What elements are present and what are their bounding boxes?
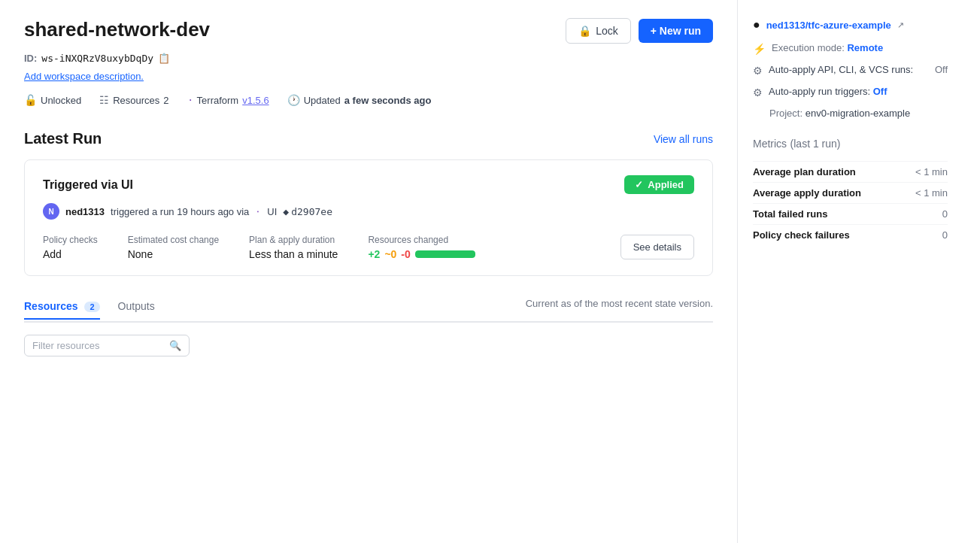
add-description-link[interactable]: Add workspace description. [24,71,144,82]
applied-badge: ✓ Applied [624,175,694,194]
resources-changed-bar: +2 ~0 -0 [368,248,475,260]
user-avatar: N [43,203,59,220]
policy-checks-stat: Policy checks Add [43,235,98,260]
github-icon: ● [753,18,760,32]
metrics-title: Metrics (last 1 run) [753,137,948,150]
run-card: Triggered via UI ✓ Applied N ned1313 tri… [24,159,713,276]
meta-updated: 🕐 Updated a few seconds ago [287,94,432,106]
meta-terraform: ⬝ Terraform v1.5.6 [187,94,269,106]
view-all-runs-link[interactable]: View all runs [654,133,713,145]
auto-apply-triggers-row: ⚙ Auto-apply run triggers: Off [753,86,948,99]
failed-runs-metric: Total failed runs 0 [753,203,948,224]
commit-hash: ◆ d2907ee [283,206,332,217]
filter-resources-input[interactable] [32,340,163,351]
latest-run-header: Latest Run View all runs [24,130,713,147]
terraform-icon: ⬝ [187,94,193,106]
run-stats: Policy checks Add Estimated cost change … [43,235,475,260]
tab-outputs[interactable]: Outputs [118,294,155,320]
unlock-icon: 🔓 [24,94,37,106]
bolt-icon: ⚡ [753,43,766,55]
policy-failures-metric: Policy check failures 0 [753,224,948,245]
filter-input-wrapper: 🔍 [24,335,190,356]
trigger-username: ned1313 [65,206,105,217]
resource-progress-bar [415,250,475,258]
terraform-version-link[interactable]: v1.5.6 [242,95,269,106]
sidebar-repo-row: ● ned1313/tfc-azure-example ↗ [753,18,948,32]
meta-row: 🔓 Unlocked ☷ Resources 2 ⬝ Terraform v1.… [24,94,713,106]
meta-unlocked: 🔓 Unlocked [24,94,81,106]
gear2-icon: ⚙ [753,86,763,99]
lock-icon: 🔒 [578,25,591,37]
check-icon: ✓ [635,179,643,190]
execution-mode-row: ⚡ Execution mode: Remote [753,42,948,55]
workspace-title: shared-network-dev [24,18,210,41]
lock-button[interactable]: 🔒 Lock [566,18,631,44]
filter-row: 🔍 [24,335,713,356]
see-details-button[interactable]: See details [620,235,694,259]
copy-id-icon[interactable]: 📋 [158,53,170,64]
run-title: Triggered via UI [43,178,133,192]
repo-link[interactable]: ned1313/tfc-azure-example [766,20,891,31]
avg-apply-metric: Average apply duration < 1 min [753,182,948,203]
auto-apply-row: ⚙ Auto-apply API, CLI, & VCS runs: Off [753,64,948,77]
workspace-id-row: ID: ws-iNXQRzV8uxybDqDy 📋 [24,53,713,64]
current-state-label: Current as of the most recent state vers… [526,298,713,309]
cost-change-stat: Estimated cost change None [128,235,219,260]
duration-stat: Plan & apply duration Less than a minute [249,235,338,260]
gear-icon: ⚙ [753,65,763,77]
clock-icon: 🕐 [287,94,300,106]
avg-plan-metric: Average plan duration < 1 min [753,161,948,182]
external-link-icon: ↗ [897,20,904,30]
tabs-row: Resources 2 Outputs [24,294,173,318]
resources-icon: ☷ [99,94,109,106]
latest-run-title: Latest Run [24,130,102,147]
new-run-button[interactable]: + New run [639,19,713,43]
meta-resources: ☷ Resources 2 [99,94,168,106]
metrics-section: Metrics (last 1 run) Average plan durati… [753,137,948,245]
run-trigger-row: N ned1313 triggered a run 19 hours ago v… [43,203,694,220]
resources-changed-stat: Resources changed +2 ~0 -0 [368,235,475,260]
terraform-trigger-icon: ⬝ [255,206,261,217]
sidebar: ● ned1313/tfc-azure-example ↗ ⚡ Executio… [737,0,963,543]
tab-resources[interactable]: Resources 2 [24,294,100,320]
search-icon: 🔍 [169,340,181,351]
project-row: Project: env0-migration-example [753,108,948,119]
